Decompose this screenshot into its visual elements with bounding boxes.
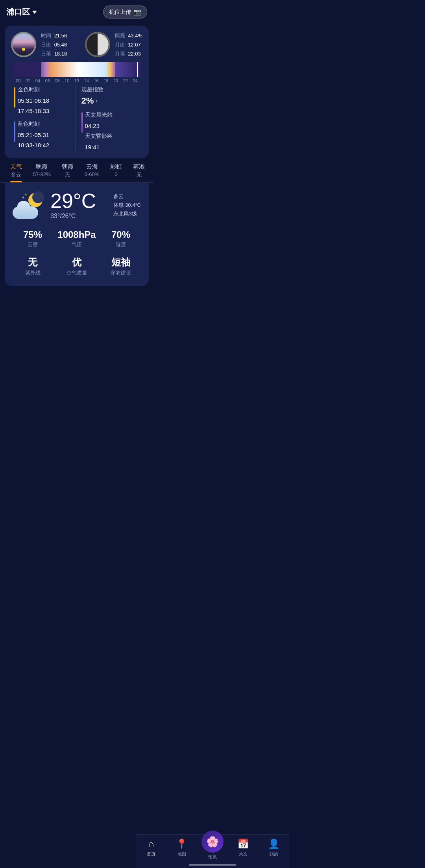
astro-info: 天文晨光始 04:23 天文昏影终 19:41 xyxy=(85,111,113,152)
tl-label-18: 18 xyxy=(101,78,111,83)
sunset-label: 日落 xyxy=(41,51,51,57)
stat-air-label: 空气质量 xyxy=(57,269,97,276)
tab-rime-label: 雾凇 xyxy=(133,163,145,171)
golden-info: 金色时刻 05:31-06:18 17:45-18:33 xyxy=(18,86,49,116)
condition-text: 多云 xyxy=(113,192,141,201)
sun-info: 时间 21:56 日出 05:46 日落 18:18 xyxy=(41,32,67,58)
app-header: 浦口区 机位上传 📷 xyxy=(0,0,153,22)
blue-hour-block: 蓝色时刻 05:21-05:31 18:33-18:42 xyxy=(14,121,72,150)
tab-rime[interactable]: 雾凇 无 xyxy=(128,163,150,182)
weather-temp-info: 29°C 33°/26°C xyxy=(50,191,107,220)
stargazing-section: 观星指数 2% › xyxy=(81,86,140,106)
tab-sunset[interactable]: 晚霞 57-82% xyxy=(28,163,56,182)
upload-label: 机位上传 xyxy=(109,9,131,16)
temperature: 29°C xyxy=(50,191,107,211)
stat-cloud-label: 云量 xyxy=(13,241,53,248)
stat-clothing-label: 穿衣建议 xyxy=(101,269,141,276)
blue-info: 蓝色时刻 05:21-05:31 18:33-18:42 xyxy=(18,121,49,150)
moon-info: 照亮 43.4% 月出 12:07 月落 22:03 xyxy=(115,32,143,58)
tab-clouds-label: 云海 xyxy=(85,163,100,171)
moonrise-value: 12:07 xyxy=(128,42,141,48)
stats-grid: 75% 云量 1008hPa 气压 70% 湿度 无 紫外线 优 空气质量 短袖… xyxy=(13,229,141,276)
tab-rainbow[interactable]: 彩虹 3 xyxy=(105,163,128,182)
blue-title: 蓝色时刻 xyxy=(18,121,49,128)
moon-half xyxy=(98,33,109,56)
camera-icon: 📷 xyxy=(133,8,141,16)
astro-col: 观星指数 2% › 天文晨光始 04:23 天文昏影终 19:41 xyxy=(76,86,143,152)
sunset-line: 日落 18:18 xyxy=(41,50,67,58)
cloud-body xyxy=(13,206,38,219)
moonset-line: 月落 22:03 xyxy=(115,50,143,58)
weather-icon: + + xyxy=(13,191,44,219)
sunrise-label: 日出 xyxy=(41,42,51,48)
brightness-value: 43.4% xyxy=(128,33,142,39)
weather-primary: + + 29°C 33°/26°C 多云 xyxy=(13,191,141,220)
tl-label-08: 08 xyxy=(52,78,62,83)
sun-time-line: 时间 21:56 xyxy=(41,32,67,40)
golden-time2: 17:45-18:33 xyxy=(18,106,49,116)
purple-bar xyxy=(81,112,83,133)
astro-block: 天文晨光始 04:23 天文昏影终 19:41 xyxy=(81,111,140,152)
stat-pressure-label: 气压 xyxy=(57,241,97,248)
cloud-icon xyxy=(13,202,40,219)
stat-cloud-value: 75% xyxy=(13,229,53,240)
tab-rainbow-value: 3 xyxy=(110,171,122,177)
stat-humidity-label: 湿度 xyxy=(101,241,141,248)
tl-label-10: 10 xyxy=(62,78,72,83)
tab-sunset-label: 晚霞 xyxy=(33,163,51,171)
tab-sunrise[interactable]: 朝霞 无 xyxy=(56,163,79,182)
moonset-value: 22:03 xyxy=(128,51,141,57)
timeline-cursor xyxy=(137,62,138,77)
brightness-line: 照亮 43.4% xyxy=(115,32,143,40)
tab-weather-label: 天气 xyxy=(10,163,22,171)
tl-label-22: 22 xyxy=(120,78,130,83)
temp-range: 33°/26°C xyxy=(50,213,107,220)
upload-button[interactable]: 机位上传 📷 xyxy=(103,6,147,19)
timeline-dawn xyxy=(41,62,51,77)
timeline-bar xyxy=(13,62,141,77)
stat-clothing: 短袖 穿衣建议 xyxy=(101,256,141,276)
chevron-right-icon: › xyxy=(95,97,97,104)
timeline-labels: 00 02 04 06 08 10 12 14 16 18 20 22 24 xyxy=(13,78,141,83)
timeline-night1 xyxy=(13,62,41,77)
golden-time1: 05:31-06:18 xyxy=(18,96,49,106)
feels-like-text: 体感 30.4°C xyxy=(113,201,141,210)
astro-dusk-val: 19:41 xyxy=(85,142,113,152)
stat-pressure-value: 1008hPa xyxy=(57,229,97,240)
sunrise-value: 05:46 xyxy=(54,42,67,48)
tab-weather[interactable]: 天气 多云 xyxy=(5,163,28,182)
golden-hour-block: 金色时刻 05:31-06:18 17:45-18:33 xyxy=(14,86,72,116)
stargazing-title: 观星指数 xyxy=(81,86,140,93)
timeline-container: 00 02 04 06 08 10 12 14 16 18 20 22 24 xyxy=(11,62,142,83)
stat-uv-label: 紫外线 xyxy=(13,269,53,276)
moon-icon xyxy=(85,32,110,57)
weather-main: + + 29°C 33°/26°C 多云 xyxy=(5,183,149,286)
tl-label-12: 12 xyxy=(72,78,82,83)
moon-section: 照亮 43.4% 月出 12:07 月落 22:03 xyxy=(85,32,143,58)
stat-humidity-value: 70% xyxy=(101,229,141,240)
stargazing-value[interactable]: 2% › xyxy=(81,96,140,106)
sun-dot xyxy=(22,48,25,51)
golden-blue-col: 金色时刻 05:31-06:18 17:45-18:33 蓝色时刻 05:21-… xyxy=(11,86,76,152)
tl-label-20: 20 xyxy=(111,78,121,83)
sun-moon-card: 时间 21:56 日出 05:46 日落 18:18 xyxy=(5,26,149,158)
location-button[interactable]: 浦口区 xyxy=(6,7,37,17)
golden-title: 金色时刻 xyxy=(18,86,49,93)
hours-flex: 金色时刻 05:31-06:18 17:45-18:33 蓝色时刻 05:21-… xyxy=(11,86,142,152)
stat-air: 优 空气质量 xyxy=(57,256,97,276)
timeline-day xyxy=(51,62,105,77)
tab-sunrise-label: 朝霞 xyxy=(62,163,74,171)
astro-dawn-label: 天文晨光始 xyxy=(85,111,113,119)
timeline-dusk xyxy=(105,62,115,77)
brightness-label: 照亮 xyxy=(115,33,125,39)
stat-uv: 无 紫外线 xyxy=(13,256,53,276)
moonrise-label: 月出 xyxy=(115,42,125,48)
blue-bar xyxy=(14,121,15,142)
moonset-label: 月落 xyxy=(115,51,125,57)
stat-pressure: 1008hPa 气压 xyxy=(57,229,97,248)
tl-label-14: 14 xyxy=(81,78,91,83)
tab-rainbow-label: 彩虹 xyxy=(110,163,122,171)
tab-clouds[interactable]: 云海 0-60% xyxy=(79,163,105,182)
sun-icon xyxy=(11,32,36,57)
astronomical-section: 天文晨光始 04:23 天文昏影终 19:41 xyxy=(81,111,140,152)
